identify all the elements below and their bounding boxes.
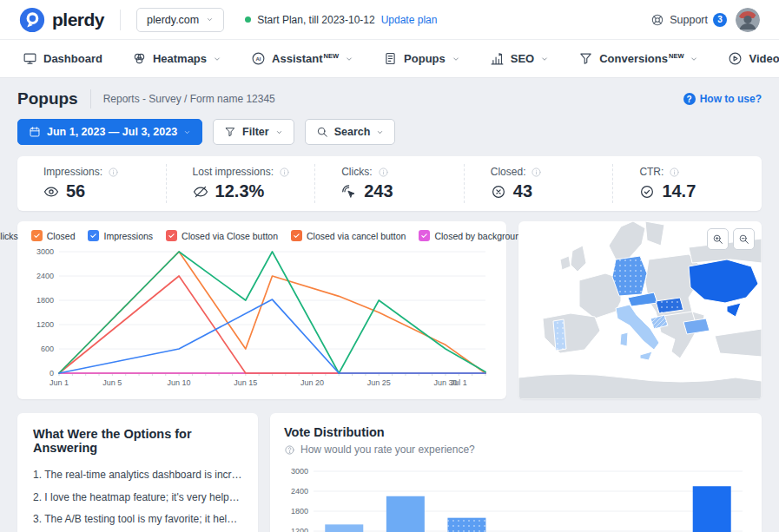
info-icon[interactable] <box>531 167 542 178</box>
svg-text:3000: 3000 <box>36 247 54 256</box>
vote-bar-2[interactable] <box>386 496 425 532</box>
brand[interactable]: plerdy <box>19 7 104 33</box>
svg-text:3000: 3000 <box>291 467 308 476</box>
calendar-icon <box>29 126 41 138</box>
date-range-value: Jun 1, 2023 — Jul 3, 2023 <box>47 126 177 138</box>
map-land <box>571 246 586 272</box>
stat-value: 56 <box>66 181 85 201</box>
map-land <box>715 329 762 357</box>
geo-map-card <box>518 221 762 399</box>
info-icon[interactable] <box>108 167 119 178</box>
map-zoom-in-button[interactable] <box>707 228 729 250</box>
check-circle-icon <box>639 184 655 200</box>
legend-checkbox[interactable] <box>291 230 302 241</box>
stat-value: 14.7 <box>662 181 696 201</box>
support-lifebuoy-icon <box>650 13 664 27</box>
map-country-sardinia[interactable] <box>620 332 628 346</box>
chevron-down-icon <box>275 128 283 136</box>
how-to-use-label: How to use? <box>700 93 762 105</box>
options-list: 1. The real-time analytics dashboard is … <box>33 469 242 532</box>
stat-clicks: Clicks:243 <box>315 164 465 203</box>
svg-text:600: 600 <box>41 345 54 353</box>
popup-icon <box>383 51 398 66</box>
new-badge: NEW <box>324 52 340 60</box>
stat-label: Closed: <box>491 166 526 178</box>
filter-button[interactable]: Filter <box>213 119 294 145</box>
plan-status-text: Start Plan, till 2023-10-12 <box>257 14 374 26</box>
answer-options-card: What Were the Options for Answering 1. T… <box>17 413 258 532</box>
zoom-out-icon <box>738 233 749 245</box>
close-circle-icon <box>491 184 506 200</box>
svg-text:1200: 1200 <box>291 527 308 532</box>
info-icon[interactable] <box>279 167 290 178</box>
page-title: Popups <box>17 89 91 108</box>
legend-checkbox[interactable] <box>88 230 99 241</box>
vote-distribution-card: Vote Distribution How would you rate you… <box>270 413 762 532</box>
nav-item-label: AssistantNEW <box>272 52 339 65</box>
search-button[interactable]: Search <box>305 119 396 145</box>
chevron-down-icon <box>345 55 353 63</box>
support-count-badge: 3 <box>713 13 727 27</box>
vote-bar-chart[interactable]: 30002400180012006000 <box>284 461 748 532</box>
svg-text:Jun 20: Jun 20 <box>300 378 324 387</box>
legend-item-impressions[interactable]: Impressions <box>88 230 153 241</box>
nav-item-heatmaps[interactable]: Heatmaps <box>132 51 221 66</box>
events-line-chart[interactable]: 06001200180024003000Jun 1Jun 5Jun 10Jun … <box>30 246 491 392</box>
map-country-sicily[interactable] <box>640 351 652 360</box>
eye-icon <box>43 184 59 200</box>
legend-item-closed-via-cancel-button[interactable]: Closed via cancel button <box>291 230 406 241</box>
map-land <box>645 221 664 246</box>
svg-text:Jul 1: Jul 1 <box>451 378 467 387</box>
plan-status: Start Plan, till 2023-10-12 Update plan <box>245 14 437 26</box>
legend-item-closed-via-close-button[interactable]: Closed via Close button <box>166 230 278 241</box>
dashboard-icon <box>23 51 37 66</box>
stat-label: Impressions: <box>43 166 102 178</box>
how-to-use-link[interactable]: ? How to use? <box>683 93 762 105</box>
nav-item-label: Popups <box>404 52 446 65</box>
user-avatar[interactable] <box>736 8 760 32</box>
svg-text:Jun 5: Jun 5 <box>102 378 122 387</box>
nav-item-label: Video <box>749 52 779 65</box>
legend-checkbox[interactable] <box>419 230 430 241</box>
zoom-in-icon <box>712 233 723 245</box>
nav-item-label: Heatmaps <box>153 52 207 65</box>
map-zoom-out-button[interactable] <box>733 228 755 250</box>
nav-item-conversions[interactable]: ConversionsNEW <box>578 51 698 66</box>
support-button[interactable]: Support 3 <box>650 13 727 27</box>
ai-icon: AI <box>251 51 266 66</box>
legend-item-closed[interactable]: Closed <box>31 230 76 241</box>
answer-option-2: 2. I love the heatmap feature; it's very… <box>33 491 242 503</box>
date-range-button[interactable]: Jun 1, 2023 — Jul 3, 2023 <box>17 119 202 145</box>
map-country-ukraine[interactable] <box>689 259 758 303</box>
stat-value: 12.3% <box>215 181 265 201</box>
search-icon <box>316 126 328 138</box>
update-plan-link[interactable]: Update plan <box>381 14 438 26</box>
map-land <box>543 313 600 353</box>
heatmap-icon <box>132 51 147 66</box>
legend-checkbox[interactable] <box>166 230 177 241</box>
nav-item-seo[interactable]: SEO <box>490 51 549 66</box>
legend-item-clicks[interactable]: Clicks <box>0 230 18 241</box>
nav-item-assistant[interactable]: AIAssistantNEW <box>251 51 353 66</box>
vote-card-title: Vote Distribution <box>284 425 748 439</box>
svg-text:0: 0 <box>50 369 54 378</box>
info-icon[interactable] <box>378 167 389 178</box>
legend-checkbox[interactable] <box>31 230 43 241</box>
vote-bar-7[interactable] <box>693 486 731 532</box>
nav-item-dashboard[interactable]: Dashboard <box>23 51 102 66</box>
stat-label: CTR: <box>639 166 663 178</box>
stat-label: Clicks: <box>341 166 372 178</box>
domain-selector[interactable]: plerdy.com <box>136 8 224 32</box>
chevron-down-icon <box>540 55 549 63</box>
map-country-crimea[interactable] <box>727 303 741 317</box>
nav-item-label: SEO <box>511 52 534 65</box>
vote-bar-1[interactable] <box>325 524 363 532</box>
main-nav: DashboardHeatmapsAIAssistantNEWPopupsSEO… <box>0 40 779 78</box>
top-bar: plerdy plerdy.com Start Plan, till 2023-… <box>0 0 779 40</box>
stat-value: 43 <box>513 181 532 201</box>
nav-item-popups[interactable]: Popups <box>383 51 460 66</box>
support-label: Support <box>670 14 708 26</box>
info-icon[interactable] <box>669 167 680 178</box>
nav-item-video[interactable]: Video <box>728 51 779 66</box>
nav-item-label: Dashboard <box>43 52 102 65</box>
